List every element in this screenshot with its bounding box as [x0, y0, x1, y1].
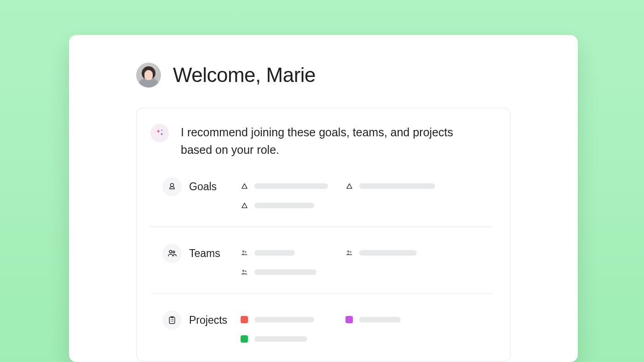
recommendation-text: I recommend joining these goals, teams, …	[181, 124, 466, 158]
project-item[interactable]	[345, 316, 450, 323]
svg-point-12	[171, 321, 171, 321]
people-icon	[241, 269, 248, 276]
goals-section: Goals	[150, 177, 493, 227]
projects-label: Projects	[189, 310, 241, 330]
projects-section: Projects	[150, 293, 493, 343]
sparkle-icon	[150, 124, 169, 142]
projects-icon	[162, 310, 182, 330]
recommendations-panel: I recommend joining these goals, teams, …	[136, 108, 511, 362]
svg-point-0	[161, 130, 163, 131]
svg-point-2	[169, 251, 172, 253]
team-item[interactable]	[345, 249, 450, 257]
svg-point-1	[171, 183, 174, 187]
project-color-red	[241, 316, 248, 323]
goals-label: Goals	[189, 177, 241, 196]
onboarding-card: Welcome, Marie I recommend joining these…	[69, 35, 578, 362]
svg-point-5	[245, 251, 247, 253]
project-color-purple	[345, 316, 353, 323]
team-placeholder	[359, 250, 417, 256]
svg-point-6	[347, 251, 350, 253]
goal-placeholder	[359, 183, 435, 189]
user-avatar[interactable]	[136, 63, 161, 88]
triangle-icon	[241, 182, 248, 190]
svg-point-11	[171, 320, 171, 320]
triangle-icon	[241, 202, 248, 209]
page-title: Welcome, Marie	[173, 64, 316, 87]
goal-item[interactable]	[241, 182, 345, 190]
project-item[interactable]	[241, 335, 345, 343]
goal-item[interactable]	[345, 182, 450, 190]
teams-icon	[162, 244, 182, 263]
triangle-icon	[345, 182, 353, 190]
people-icon	[241, 249, 248, 257]
goals-icon	[162, 177, 182, 196]
project-placeholder	[254, 336, 307, 342]
project-color-green	[241, 335, 248, 343]
goal-placeholder	[254, 183, 328, 189]
goal-placeholder	[254, 203, 314, 208]
team-placeholder	[254, 269, 316, 275]
people-icon	[345, 249, 353, 257]
teams-section: Teams	[150, 227, 493, 293]
teams-label: Teams	[189, 244, 241, 263]
team-placeholder	[254, 250, 295, 256]
project-placeholder	[359, 317, 401, 322]
project-item[interactable]	[241, 316, 345, 323]
svg-point-7	[350, 251, 351, 253]
goal-item[interactable]	[241, 202, 345, 209]
svg-point-8	[242, 270, 245, 272]
project-placeholder	[254, 317, 314, 322]
svg-point-4	[242, 251, 245, 253]
svg-point-3	[173, 251, 175, 253]
team-item[interactable]	[241, 249, 345, 257]
svg-point-9	[245, 270, 247, 272]
team-item[interactable]	[241, 269, 345, 276]
welcome-header: Welcome, Marie	[69, 63, 578, 88]
